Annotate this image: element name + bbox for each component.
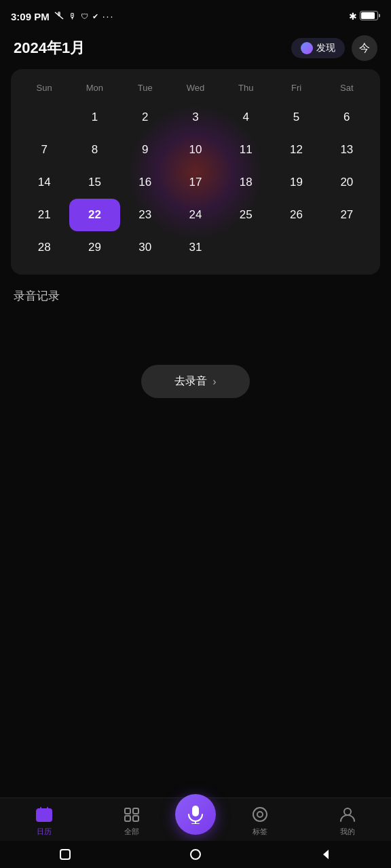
discover-label: 发现 <box>316 42 335 54</box>
calendar-grid: 1234567891011121314151617181920212223242… <box>19 101 372 264</box>
weekday-wed: Wed <box>170 80 221 96</box>
discover-icon <box>301 42 313 54</box>
svg-rect-9 <box>46 814 49 816</box>
calendar-container: Sun Mon Tue Wed Thu Fri Sat 123456789101… <box>11 69 380 275</box>
svg-rect-13 <box>133 816 138 821</box>
cal-day-21[interactable]: 21 <box>19 199 69 231</box>
nav-item-all[interactable]: 全部 <box>88 805 175 837</box>
calendar-icon <box>35 805 54 824</box>
cal-day-1[interactable]: 1 <box>69 101 119 134</box>
svg-rect-14 <box>192 806 199 816</box>
nav-item-mine[interactable]: 我的 <box>303 805 391 837</box>
user-icon <box>338 805 357 824</box>
today-button[interactable]: 今 <box>352 35 377 61</box>
cal-day-16[interactable]: 16 <box>120 166 170 199</box>
status-signal-icon <box>54 11 64 22</box>
system-nav-bar <box>0 841 391 868</box>
header-actions: 发现 今 <box>291 35 377 61</box>
cal-day-30[interactable]: 30 <box>120 231 170 264</box>
cal-day-25[interactable]: 25 <box>221 199 271 231</box>
cal-day-empty <box>19 101 69 134</box>
tag-icon <box>250 805 269 824</box>
cal-day-8[interactable]: 8 <box>69 134 119 166</box>
go-record-arrow-icon: › <box>212 376 216 388</box>
svg-rect-12 <box>125 816 130 821</box>
cal-day-23[interactable]: 23 <box>120 199 170 231</box>
go-record-label: 去录音 <box>174 374 207 389</box>
cal-day-13[interactable]: 13 <box>322 134 372 166</box>
svg-point-18 <box>257 812 263 817</box>
svg-rect-11 <box>133 808 138 814</box>
cal-day-empty <box>322 231 372 264</box>
page-title: 2024年1月 <box>14 38 85 58</box>
recording-section-title: 录音记录 <box>0 275 391 311</box>
status-check-icon: ✔ <box>92 12 98 21</box>
cal-day-7[interactable]: 7 <box>19 134 69 166</box>
status-record-icon: 🎙 <box>69 12 77 21</box>
cal-day-20[interactable]: 20 <box>322 166 372 199</box>
calendar-weekdays: Sun Mon Tue Wed Thu Fri Sat <box>19 80 372 96</box>
weekday-tue: Tue <box>120 80 170 96</box>
weekday-sun: Sun <box>19 80 69 96</box>
cal-day-6[interactable]: 6 <box>322 101 372 134</box>
status-bar: 3:09 PM 🎙 🛡 ✔ ··· ✱ <box>0 0 391 30</box>
bottom-nav: 日历 全部 标签 <box>0 797 391 841</box>
nav-label-calendar: 日历 <box>37 827 52 837</box>
svg-rect-7 <box>39 814 42 816</box>
cal-day-27[interactable]: 27 <box>322 199 372 231</box>
weekday-thu: Thu <box>221 80 271 96</box>
cal-day-3[interactable]: 3 <box>170 101 221 134</box>
cal-day-2[interactable]: 2 <box>120 101 170 134</box>
svg-rect-8 <box>43 814 45 816</box>
cal-day-24[interactable]: 24 <box>170 199 221 231</box>
cal-day-17[interactable]: 17 <box>170 166 221 199</box>
cal-day-29[interactable]: 29 <box>69 231 119 264</box>
svg-rect-2 <box>361 12 375 19</box>
svg-marker-22 <box>323 850 329 859</box>
cal-day-26[interactable]: 26 <box>271 199 321 231</box>
bluetooth-icon: ✱ <box>349 11 357 22</box>
cal-day-12[interactable]: 12 <box>271 134 321 166</box>
cal-day-empty <box>221 231 271 264</box>
today-symbol: 今 <box>359 41 370 56</box>
cal-day-empty <box>271 231 321 264</box>
nav-item-tags[interactable]: 标签 <box>216 805 303 837</box>
cal-day-11[interactable]: 11 <box>221 134 271 166</box>
battery-icon <box>360 11 380 22</box>
status-dots-icon: ··· <box>103 11 115 22</box>
weekday-mon: Mon <box>69 80 119 96</box>
discover-button[interactable]: 发现 <box>291 38 345 58</box>
svg-rect-10 <box>125 808 130 814</box>
cal-day-15[interactable]: 15 <box>69 166 119 199</box>
sys-nav-back[interactable] <box>319 848 333 861</box>
cal-day-9[interactable]: 9 <box>120 134 170 166</box>
cal-day-18[interactable]: 18 <box>221 166 271 199</box>
sys-nav-square[interactable] <box>58 848 72 861</box>
svg-point-17 <box>253 808 267 821</box>
nav-label-all: 全部 <box>124 827 139 837</box>
cal-day-14[interactable]: 14 <box>19 166 69 199</box>
svg-point-19 <box>344 808 351 815</box>
header: 2024年1月 发现 今 <box>0 30 391 69</box>
status-time: 3:09 PM <box>11 11 50 22</box>
cal-day-5[interactable]: 5 <box>271 101 321 134</box>
nav-label-tags: 标签 <box>253 827 267 837</box>
cal-day-10[interactable]: 10 <box>170 134 221 166</box>
go-record-button[interactable]: 去录音 › <box>141 365 250 398</box>
weekday-fri: Fri <box>271 80 321 96</box>
cal-day-19[interactable]: 19 <box>271 166 321 199</box>
cal-day-4[interactable]: 4 <box>221 101 271 134</box>
cal-day-31[interactable]: 31 <box>170 231 221 264</box>
mic-fab-button[interactable] <box>175 794 216 835</box>
svg-point-21 <box>191 850 200 859</box>
sys-nav-home[interactable] <box>189 848 202 861</box>
svg-rect-20 <box>60 850 70 859</box>
weekday-sat: Sat <box>322 80 372 96</box>
nav-label-mine: 我的 <box>340 827 355 837</box>
cal-day-22[interactable]: 22 <box>69 199 119 231</box>
cal-day-28[interactable]: 28 <box>19 231 69 264</box>
status-right-icons: ✱ <box>349 11 380 22</box>
status-shield-icon: 🛡 <box>81 12 88 20</box>
nav-item-calendar[interactable]: 日历 <box>0 805 88 837</box>
grid-icon <box>122 805 141 824</box>
